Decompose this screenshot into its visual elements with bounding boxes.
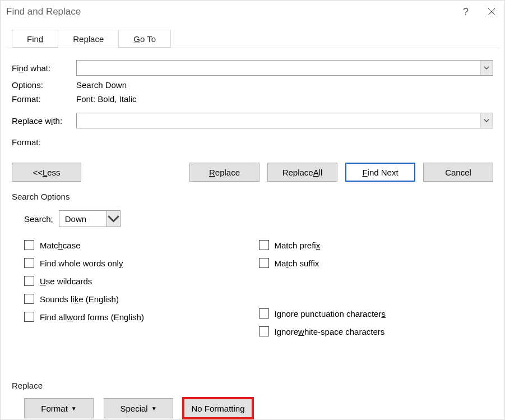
chevron-down-icon [107, 215, 120, 223]
close-icon [488, 8, 495, 16]
tab-underline [6, 48, 499, 48]
checkbox-match-prefix[interactable]: Match prefix [259, 236, 494, 254]
checkbox-sounds-like[interactable]: Sounds like (English) [24, 290, 259, 308]
find-format-label: Format: [12, 94, 76, 104]
chevron-down-icon [484, 66, 489, 70]
tab-goto[interactable]: Go To [118, 30, 171, 48]
search-direction-dropdown[interactable] [106, 211, 120, 227]
replace-format-row: Format: [12, 137, 493, 147]
checkbox-box [24, 312, 34, 322]
replace-group: Replace Format ▼ Special ▼ No Formatting [12, 381, 493, 418]
checkbox-box [259, 240, 269, 250]
find-format-row: Format: Font: Bold, Italic [12, 94, 493, 104]
no-formatting-button[interactable]: No Formatting [183, 398, 253, 418]
cancel-button[interactable]: Cancel [423, 163, 493, 182]
find-what-label: Find what: [12, 63, 76, 73]
checkbox-box [24, 258, 34, 268]
search-direction-label: Search: [24, 214, 53, 224]
chevron-down-icon [484, 119, 489, 122]
tab-strip: Find Replace Go To [12, 29, 504, 48]
replace-format-value [76, 137, 493, 147]
options-row: Options: Search Down [12, 80, 493, 90]
replace-group-title: Replace [12, 381, 493, 390]
checkbox-column-right: Match prefix Match suffix Ignore punctua… [259, 236, 494, 340]
find-what-input[interactable] [77, 61, 480, 75]
checkbox-box [259, 258, 269, 268]
format-menu-button[interactable]: Format ▼ [24, 398, 94, 418]
dialog-content: Find what: Options: Search Down Format: … [1, 48, 504, 420]
checkbox-box [24, 294, 34, 304]
checkbox-box [24, 276, 34, 286]
replace-format-label: Format: [12, 137, 76, 147]
replace-group-buttons: Format ▼ Special ▼ No Formatting [24, 398, 493, 418]
replace-with-dropdown[interactable] [480, 113, 493, 128]
checkbox-grid: Match case Find whole words only Use wil… [24, 236, 493, 340]
checkbox-column-left: Match case Find whole words only Use wil… [24, 236, 259, 340]
checkbox-box [259, 308, 269, 319]
find-format-value: Font: Bold, Italic [76, 94, 493, 104]
button-row: << Less Replace Replace All Find Next Ca… [12, 163, 493, 182]
tab-find[interactable]: Find [12, 30, 58, 48]
replace-with-combo[interactable] [76, 113, 493, 128]
dialog-title: Find and Replace [6, 6, 453, 17]
checkbox-match-suffix[interactable]: Match suffix [259, 254, 494, 272]
checkbox-box [259, 326, 269, 336]
search-options-title: Search Options [12, 192, 493, 201]
checkbox-whole-words[interactable]: Find whole words only [24, 254, 259, 272]
checkbox-ignore-punctuation[interactable]: Ignore punctuation characters [259, 304, 494, 322]
find-replace-dialog: Find and Replace ? Find Replace Go To Fi… [0, 0, 505, 420]
replace-all-button[interactable]: Replace All [267, 163, 337, 182]
replace-with-row: Replace with: [12, 113, 493, 128]
checkbox-ignore-whitespace[interactable]: Ignore white-space characters [259, 322, 494, 340]
search-direction-value: Down [59, 214, 106, 224]
options-value: Search Down [76, 80, 493, 90]
tab-replace[interactable]: Replace [58, 30, 119, 48]
options-label: Options: [12, 80, 76, 90]
special-menu-button[interactable]: Special ▼ [104, 398, 173, 418]
replace-button[interactable]: Replace [189, 163, 260, 182]
find-what-combo[interactable] [76, 60, 493, 76]
checkbox-word-forms[interactable]: Find all word forms (English) [24, 308, 259, 326]
close-button[interactable] [479, 1, 504, 23]
replace-with-label: Replace with: [12, 116, 76, 126]
replace-with-input[interactable] [77, 113, 480, 128]
checkbox-box [24, 240, 34, 250]
help-button[interactable]: ? [453, 1, 479, 23]
less-button[interactable]: << Less [12, 163, 81, 182]
caret-down-icon: ▼ [71, 405, 77, 412]
search-options-group: Search Options Search: Down Match case F… [12, 192, 493, 340]
checkbox-wildcards[interactable]: Use wildcards [24, 272, 259, 290]
titlebar: Find and Replace ? [1, 1, 504, 23]
caret-down-icon: ▼ [151, 405, 157, 412]
checkbox-match-case[interactable]: Match case [24, 236, 259, 254]
find-next-button[interactable]: Find Next [345, 163, 415, 182]
search-direction-select[interactable]: Down [59, 210, 121, 227]
find-what-row: Find what: [12, 60, 493, 76]
find-what-dropdown[interactable] [480, 61, 493, 75]
search-direction-row: Search: Down [24, 210, 493, 227]
